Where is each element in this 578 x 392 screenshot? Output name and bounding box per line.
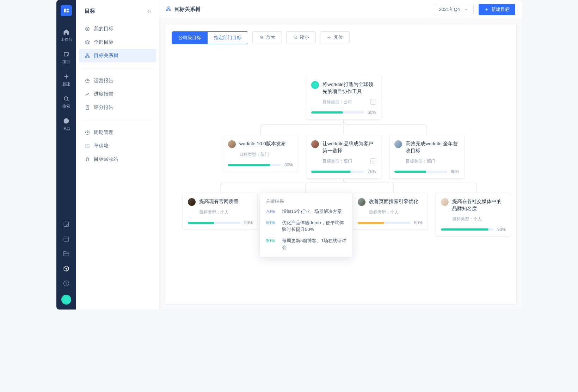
folder-icon[interactable] — [63, 250, 70, 257]
avatar — [394, 140, 402, 148]
goal-node-l3a[interactable]: 提高现有官网质量 目标类型：个人 50% — [183, 193, 258, 230]
progress-text: 75% — [368, 169, 376, 174]
avatar — [228, 140, 236, 148]
rail-workbench[interactable]: 工作台 — [56, 25, 76, 46]
sidebar-item-all-goals[interactable]: 全部目标 — [79, 36, 156, 49]
goal-node-l3b[interactable]: 改善页面搜索引擎优化 目标类型：个人 50% — [352, 193, 428, 230]
kr-title: 关键结果 — [266, 198, 347, 204]
sidebar: 目标 我的目标 全部目标 目标关系树 运营报告 — [76, 0, 159, 310]
svg-rect-20 — [169, 10, 170, 11]
new-goal-button[interactable]: 新建目标 — [479, 4, 515, 15]
home-icon — [63, 29, 70, 36]
node-title: 将worktile打造为全球领先的项目协作工具 — [322, 81, 376, 96]
trash-icon — [85, 157, 90, 162]
progress-text: 50% — [244, 220, 253, 225]
avatar — [311, 81, 319, 89]
node-title: 提高现有官网质量 — [199, 198, 239, 206]
reset-button[interactable]: 复位 — [320, 31, 350, 43]
draft-icon — [85, 143, 90, 149]
cycle-icon — [85, 130, 90, 135]
node-type: 目标类型：个人 — [199, 209, 229, 215]
seg-department[interactable]: 指定部门目标 — [208, 32, 248, 44]
svg-rect-12 — [86, 56, 87, 57]
rail-project[interactable]: 项目 — [56, 47, 76, 68]
svg-rect-15 — [86, 106, 89, 110]
svg-point-5 — [67, 225, 68, 226]
svg-point-23 — [328, 37, 330, 38]
zoom-out-icon — [293, 35, 298, 40]
rail-search[interactable]: 搜索 — [56, 91, 76, 113]
topbar: 目标关系树 2021年Q4 新建目标 — [159, 0, 522, 19]
help-icon[interactable] — [63, 280, 70, 287]
kr-text: 增加15个行业、场景解决方案 — [282, 208, 342, 215]
zoom-in-button[interactable]: 放大 — [252, 31, 282, 43]
level-segment: 公司级目标 指定部门目标 — [172, 31, 248, 44]
sidebar-item-progress-report[interactable]: 进度报告 — [79, 87, 156, 101]
goal-node-l2b[interactable]: 让worktile品牌成为客户第一选择 目标类型：部门 − 75% — [306, 135, 381, 179]
sidebar-item-goal-tree[interactable]: 目标关系树 — [79, 49, 156, 62]
collapse-toggle[interactable]: − — [370, 158, 376, 164]
kr-text: 优化产品体验demo，使平均体验时长提升50% — [282, 219, 347, 233]
avatar — [311, 140, 319, 148]
sidebar-divider-1 — [82, 68, 153, 68]
svg-point-8 — [66, 285, 67, 285]
sidebar-item-ops-report[interactable]: 运营报告 — [79, 74, 156, 87]
sidebar-item-cycle[interactable]: 周期管理 — [79, 126, 156, 139]
avatar — [441, 198, 449, 206]
chart-icon — [85, 91, 90, 97]
canvas[interactable]: 公司级目标 指定部门目标 放大 缩小 复位 — [164, 24, 517, 305]
progress-text: 90% — [497, 227, 506, 232]
sidebar-item-draft[interactable]: 草稿箱 — [79, 139, 156, 153]
svg-rect-1 — [67, 9, 69, 11]
app-logo[interactable] — [61, 5, 72, 16]
collapse-icon[interactable] — [146, 8, 152, 14]
user-avatar[interactable] — [61, 295, 71, 305]
goal-node-l2a[interactable]: worktile 10.0版本发布 目标类型：部门 80% — [223, 135, 298, 172]
main: 目标关系树 2021年Q4 新建目标 公司级目标 指定部门目标 — [159, 0, 522, 310]
doc-icon — [85, 105, 90, 110]
seg-company[interactable]: 公司级目标 — [172, 32, 208, 44]
goal-node-l2c[interactable]: 高效完成worktile 全年营收目标 目标类型：部门 60% — [389, 135, 465, 179]
sidebar-title: 目标 — [85, 8, 95, 14]
cube-icon[interactable] — [63, 265, 70, 272]
avatar — [358, 198, 365, 206]
plus-icon — [63, 73, 70, 80]
node-type: 目标类型：部门 — [322, 158, 352, 164]
progress-text: 50% — [414, 220, 423, 225]
kr-percent: 30% — [266, 237, 278, 251]
rail-new[interactable]: 新建 — [56, 69, 76, 91]
reset-icon — [327, 35, 332, 40]
svg-rect-18 — [168, 7, 169, 8]
zoom-in-icon — [259, 35, 264, 40]
goal-node-root[interactable]: 将worktile打造为全球领先的项目协作工具 目标类型：公司 − 60% — [306, 76, 381, 120]
stack-icon — [85, 39, 90, 45]
node-type: 目标类型：个人 — [452, 216, 482, 222]
kr-percent: 50% — [266, 219, 278, 233]
period-select[interactable]: 2021年Q4 — [434, 4, 474, 15]
node-title: 提高在各社交媒体中的品牌知名度 — [452, 198, 506, 213]
app-icon-1[interactable] — [63, 221, 70, 228]
key-results-popover: 关键结果 70% 增加15个行业、场景解决方案 50% 优化产品体验demo，使… — [260, 193, 353, 257]
goal-node-l3c[interactable]: 提高在各社交媒体中的品牌知名度 目标类型：个人 90% — [436, 193, 511, 237]
sidebar-divider-2 — [82, 120, 153, 120]
node-type: 目标类型：公司 — [322, 99, 352, 105]
sidebar-group-1: 我的目标 全部目标 目标关系树 — [76, 20, 159, 65]
kr-percent: 70% — [266, 208, 278, 215]
inbox-icon — [63, 51, 70, 58]
sidebar-item-trash[interactable]: 目标回收站 — [79, 153, 156, 166]
svg-point-3 — [64, 97, 68, 100]
node-title: 改善页面搜索引擎优化 — [369, 198, 418, 206]
rail-message[interactable]: 消息 — [56, 114, 76, 135]
progress-text: 60% — [368, 110, 376, 115]
sidebar-item-score-report[interactable]: 评分报告 — [79, 101, 156, 114]
sidebar-item-my-goals[interactable]: 我的目标 — [79, 22, 156, 36]
calendar-icon[interactable] — [63, 235, 70, 243]
svg-rect-19 — [167, 10, 168, 11]
tree-icon — [85, 53, 90, 59]
collapse-toggle[interactable]: − — [370, 99, 376, 105]
app-root: 工作台 项目 新建 搜索 消息 目标 — [56, 0, 522, 310]
canvas-toolbar: 公司级目标 指定部门目标 放大 缩小 复位 — [172, 31, 350, 44]
zoom-out-button[interactable]: 缩小 — [286, 31, 316, 43]
nav-rail: 工作台 项目 新建 搜索 消息 — [56, 0, 76, 310]
plus-icon — [484, 7, 489, 12]
